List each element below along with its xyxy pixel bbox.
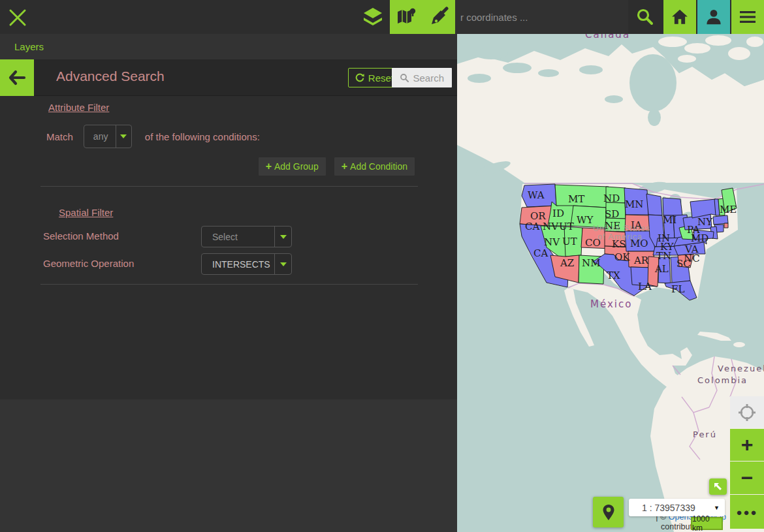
state-label-NY: NY — [697, 216, 713, 228]
state-label-MD: MD — [691, 232, 708, 244]
state-label-ND: ND — [603, 193, 620, 204]
divider — [40, 186, 418, 187]
state-label-duplicate-NV: NV — [543, 221, 559, 232]
map-icon — [395, 7, 417, 27]
state-label-WY: WY — [577, 214, 594, 226]
refresh-icon — [355, 73, 364, 82]
selection-method-select[interactable]: Select — [201, 226, 292, 247]
label-mexico: México — [590, 298, 632, 310]
pen-icon — [428, 7, 449, 27]
zoom-in-button[interactable]: + — [730, 429, 764, 461]
map-button[interactable] — [390, 0, 422, 34]
application: United States of America WAORCAIDMTWYNVU… — [0, 0, 764, 532]
draw-button[interactable] — [422, 0, 455, 34]
position-marker-button[interactable] — [593, 497, 624, 527]
divider — [40, 284, 418, 285]
usa-ghost-label-1: United States — [593, 224, 650, 233]
arrow-up-left-icon — [713, 482, 723, 492]
label-colombia: Colombia — [697, 375, 748, 385]
search-submit-button[interactable] — [628, 0, 662, 34]
state-label-WA: WA — [528, 189, 545, 201]
menu-button[interactable] — [730, 0, 764, 34]
state-label-duplicate-CA: CA — [525, 221, 539, 232]
condition-actions: + Add Group + Add Condition — [259, 157, 415, 176]
state-RI[interactable] — [724, 223, 728, 228]
add-condition-label: Add Condition — [350, 161, 407, 172]
chevron-down-icon: ▼ — [714, 505, 725, 511]
user-button[interactable] — [696, 0, 730, 34]
close-icon[interactable] — [8, 8, 27, 27]
panel-search-label: Search — [413, 72, 444, 84]
add-group-label: Add Group — [274, 161, 319, 172]
panel-search-button[interactable]: Search — [392, 68, 452, 87]
map-canvas: United States of America WAORCAIDMTWYNVU… — [457, 34, 764, 532]
scale-value: 1 : 73957339 — [629, 503, 714, 513]
state-WI[interactable] — [646, 194, 662, 215]
state-label-IA: IA — [631, 219, 642, 231]
search-input[interactable] — [455, 0, 628, 34]
scale-select[interactable]: 1 : 73957339 ▼ — [629, 499, 725, 516]
label-peru: Perú — [693, 430, 717, 439]
zoom-out-button[interactable]: − — [730, 462, 764, 494]
panel-content: Attribute Filter Match any of the follow… — [0, 96, 457, 399]
state-label-CO: CO — [585, 237, 601, 249]
state-label-duplicate-UT: UT — [559, 221, 574, 232]
state-label-UT: UT — [562, 236, 577, 247]
label-venezuela: Venezuela — [718, 364, 764, 373]
plus-icon: + — [266, 161, 272, 172]
state-label-ID: ID — [552, 208, 564, 219]
state-label-AZ: AZ — [560, 257, 574, 269]
match-label: Match — [46, 131, 73, 142]
selection-method-label: Selection Method — [43, 230, 119, 242]
hamburger-icon — [738, 9, 757, 25]
add-condition-button[interactable]: + Add Condition — [334, 157, 415, 176]
plus-icon: + — [342, 161, 347, 172]
back-button[interactable] — [0, 59, 34, 96]
match-suffix: of the following conditions: — [145, 131, 260, 142]
state-label-MO: MO — [630, 238, 648, 249]
state-label-NV: NV — [544, 236, 560, 248]
panel-title: Advanced Search — [56, 69, 165, 84]
label-canada: Canada — [585, 34, 630, 40]
state-label-NE: NE — [605, 220, 620, 232]
home-icon — [670, 7, 690, 27]
map-viewport[interactable]: United States of America WAORCAIDMTWYNVU… — [457, 34, 764, 532]
geometric-operation-label: Geometric Operation — [43, 258, 134, 269]
state-label-KS: KS — [612, 238, 626, 250]
pan-to-extent-button[interactable] — [709, 478, 727, 495]
state-label-NM: NM — [582, 257, 600, 269]
state-label-MN: MN — [625, 198, 643, 210]
spatial-filter-heading: Spatial Filter — [59, 207, 113, 218]
geometric-operation-select[interactable]: INTERSECTS — [201, 253, 292, 275]
arrow-left-icon — [8, 70, 26, 86]
state-label-TN: TN — [656, 250, 671, 262]
reset-label: Reset — [368, 72, 394, 84]
scale-bar: 1000 km — [691, 517, 723, 530]
state-label-LA: LA — [638, 281, 652, 292]
match-row: Match any of the following conditions: — [46, 124, 260, 149]
state-label-FL: FL — [671, 283, 684, 295]
breadcrumb[interactable]: Layers — [0, 34, 457, 59]
state-MI[interactable] — [663, 198, 682, 215]
home-button[interactable] — [662, 0, 696, 34]
person-icon — [704, 7, 724, 27]
state-label-ME: ME — [720, 204, 737, 215]
top-toolbar — [0, 0, 764, 34]
layers-icon[interactable] — [360, 5, 385, 29]
chevron-down-icon — [274, 227, 291, 247]
search-icon — [400, 73, 409, 82]
state-label-AL: AL — [654, 263, 669, 275]
add-group-button[interactable]: + Add Group — [259, 157, 326, 176]
attribute-filter-heading: Attribute Filter — [48, 102, 109, 113]
state-label-OK: OK — [614, 251, 630, 263]
state-label-TX: TX — [607, 270, 620, 281]
more-tools-button[interactable]: ●●● — [730, 495, 764, 529]
state-label-CA: CA — [533, 247, 548, 259]
state-label-AR: AR — [633, 255, 649, 266]
geolocate-button[interactable] — [730, 396, 764, 428]
map-pin-icon — [601, 504, 616, 521]
search-icon — [635, 7, 655, 27]
crosshair-icon — [738, 403, 756, 422]
panel-header: Advanced Search Reset Search — [0, 59, 457, 96]
match-select[interactable]: any — [84, 125, 132, 148]
